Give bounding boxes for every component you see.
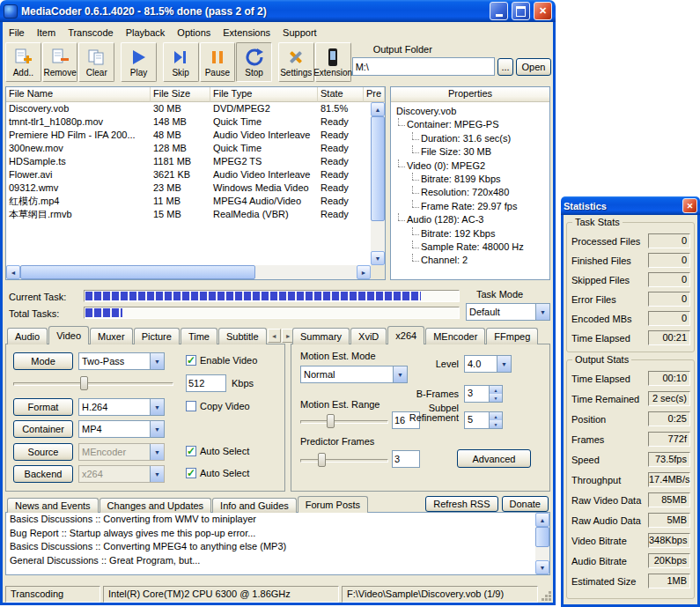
properties-header[interactable]: Properties: [391, 87, 549, 102]
file-row[interactable]: tmnt-tlr1_h1080p.mov 148 MB Quick Time R…: [6, 115, 371, 129]
file-row[interactable]: 本草纲目.rmvb 15 MB RealMedia (VBR) Ready: [6, 208, 371, 221]
motion-est-range-slider[interactable]: [300, 414, 388, 428]
minimize-button[interactable]: [490, 2, 508, 20]
tree-node[interactable]: Bitrate: 8199 Kbps: [393, 173, 548, 186]
scroll-down-icon[interactable]: ▼: [371, 251, 385, 265]
scroll-left-icon[interactable]: ◄: [6, 265, 20, 279]
browse-button[interactable]: ...: [497, 58, 513, 76]
column-header-preset[interactable]: Pre: [364, 87, 385, 102]
tab-scroll-left-icon[interactable]: ◄: [268, 329, 281, 343]
container-button[interactable]: Container: [13, 420, 73, 438]
statistics-close-button[interactable]: [682, 198, 697, 213]
scroll-down-icon[interactable]: ▼: [535, 560, 549, 574]
enable-video-checkbox[interactable]: Enable Video: [186, 355, 257, 366]
tab-info-and-guides[interactable]: Info and Guides: [212, 498, 297, 513]
tab-video[interactable]: Video: [48, 326, 89, 344]
tab-audio[interactable]: Audio: [7, 328, 48, 344]
task-mode-combobox[interactable]: Default ▼: [466, 303, 550, 321]
container-combobox[interactable]: MP4▼: [78, 420, 165, 438]
source-button[interactable]: Source: [13, 443, 73, 461]
column-header-state[interactable]: State: [318, 87, 364, 102]
menu-item[interactable]: Playback: [120, 26, 172, 40]
file-row[interactable]: Premiere HD Film - IFA 200... 48 MB Audi…: [6, 129, 371, 142]
checkbox-checked-icon[interactable]: [186, 446, 196, 456]
forum-post-link[interactable]: Basics Discussions :: Converting MPEG4 t…: [6, 540, 534, 554]
forum-post-link[interactable]: Bug Report :: Startup always gives me th…: [6, 527, 534, 541]
file-row[interactable]: 红模仿.mp4 11 MB MPEG4 Audio/Video Ready: [6, 195, 371, 208]
column-header-file-type[interactable]: File Type: [210, 87, 318, 102]
play-button[interactable]: Play: [121, 42, 157, 82]
copy-video-checkbox[interactable]: Copy Video: [186, 401, 250, 411]
format-button[interactable]: Format: [13, 398, 73, 416]
tab-muxer[interactable]: Muxer: [90, 328, 133, 344]
extension-button[interactable]: Extension: [315, 42, 351, 82]
source-auto-select-checkbox[interactable]: Auto Select: [186, 446, 249, 456]
mode-combobox[interactable]: Two-Pass▼: [78, 352, 165, 370]
titlebar[interactable]: MediaCoder 0.6.1.4020 - 81.5% done (pass…: [0, 0, 556, 22]
spin-up-icon[interactable]: ▲: [490, 412, 502, 420]
skip-button[interactable]: Skip: [163, 42, 199, 82]
tab-picture[interactable]: Picture: [134, 328, 180, 344]
tree-node[interactable]: Audio (128): AC-3: [393, 213, 548, 226]
file-row[interactable]: Discovery.vob 30 MB DVD/MPEG2 81.5%: [6, 102, 371, 115]
close-button[interactable]: [534, 2, 552, 20]
tab-forum-posts[interactable]: Forum Posts: [298, 496, 368, 513]
open-button[interactable]: Open: [516, 58, 551, 76]
tab-summary[interactable]: Summary: [292, 328, 350, 344]
statistics-titlebar[interactable]: Statistics: [561, 196, 700, 215]
slider-thumb[interactable]: [80, 376, 88, 390]
chevron-down-icon[interactable]: ▼: [497, 356, 511, 372]
level-combobox[interactable]: 4.0▼: [464, 355, 512, 373]
tab-news-and-events[interactable]: News and Events: [7, 498, 99, 513]
scroll-up-icon[interactable]: ▲: [371, 102, 385, 116]
menu-item[interactable]: Item: [31, 26, 62, 40]
clear-button[interactable]: Clear: [78, 42, 114, 82]
tree-node[interactable]: Resolution: 720x480: [393, 186, 548, 199]
menu-item[interactable]: File: [3, 26, 31, 40]
spin-up-icon[interactable]: ▲: [490, 386, 502, 394]
chevron-down-icon[interactable]: ▼: [150, 353, 164, 369]
menu-item[interactable]: Support: [276, 26, 323, 40]
file-list-hscrollbar[interactable]: ◄ ►: [6, 265, 371, 279]
slider-thumb[interactable]: [318, 453, 326, 467]
subpel-refinement-spinner[interactable]: 5▲▼: [464, 411, 503, 429]
tree-node[interactable]: Container: MPEG-PS: [393, 118, 548, 131]
bitrate-input[interactable]: [186, 374, 226, 392]
refresh-rss-button[interactable]: Refresh RSS: [425, 496, 497, 512]
file-row[interactable]: 300new.mov 128 MB Quick Time Ready: [6, 142, 371, 155]
menu-item[interactable]: Extensions: [217, 26, 276, 40]
predictor-frames-slider[interactable]: [300, 453, 388, 467]
checkbox-checked-icon[interactable]: [186, 468, 196, 478]
spin-down-icon[interactable]: ▼: [490, 420, 502, 428]
menu-item[interactable]: Options: [171, 26, 217, 40]
forum-list-vscrollbar[interactable]: ▲ ▼: [535, 513, 549, 574]
column-header-file-size[interactable]: File Size: [151, 87, 210, 102]
file-row[interactable]: Flower.avi 3621 KB Audio Video Interleav…: [6, 168, 371, 181]
remove-button[interactable]: Remove: [42, 42, 78, 82]
backend-auto-select-checkbox[interactable]: Auto Select: [186, 468, 249, 478]
checkbox-icon[interactable]: [186, 401, 196, 411]
vscroll-thumb[interactable]: [535, 527, 549, 547]
file-row[interactable]: HDSample.ts 1181 MB MPEG2 TS Ready: [6, 155, 371, 168]
chevron-down-icon[interactable]: ▼: [150, 399, 164, 415]
tree-node[interactable]: Discovery.vob: [393, 105, 548, 118]
scroll-right-icon[interactable]: ►: [357, 265, 371, 279]
advanced-button[interactable]: Advanced: [457, 449, 531, 468]
resize-grip-icon[interactable]: [542, 591, 552, 603]
menu-item[interactable]: Transcode: [62, 26, 120, 40]
chevron-down-icon[interactable]: ▼: [535, 304, 549, 320]
tab-ffmpeg[interactable]: FFmpeg: [486, 328, 538, 344]
chevron-down-icon[interactable]: ▼: [150, 421, 164, 437]
tree-node[interactable]: Bitrate: 192 Kbps: [393, 227, 548, 241]
b-frames-spinner[interactable]: 3▲▼: [464, 385, 503, 403]
column-header-file-name[interactable]: File Name: [6, 87, 151, 102]
add-button[interactable]: Add..: [5, 42, 41, 82]
tree-node[interactable]: Sample Rate: 48000 Hz: [393, 241, 548, 254]
vscroll-thumb[interactable]: [371, 116, 385, 221]
backend-button[interactable]: Backend: [13, 465, 73, 483]
file-list-vscrollbar[interactable]: ▲ ▼: [371, 102, 385, 265]
settings-button[interactable]: Settings: [278, 42, 314, 82]
tree-node[interactable]: Video (0): MPEG2: [393, 159, 548, 173]
tree-node[interactable]: File Size: 30 MB: [393, 145, 548, 159]
slider-thumb[interactable]: [327, 414, 335, 428]
